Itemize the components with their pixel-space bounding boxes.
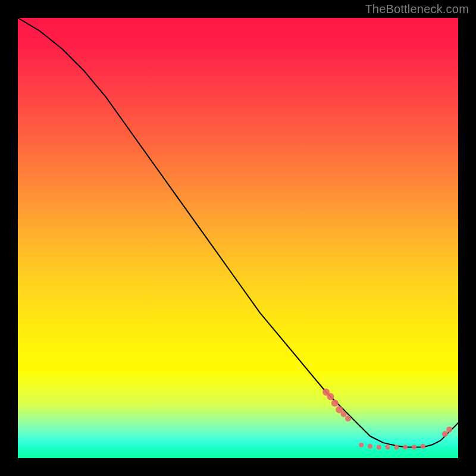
curve-svg xyxy=(18,18,458,458)
marker-cluster-descend-5 xyxy=(341,411,347,417)
watermark-label: TheBottleneck.com xyxy=(365,2,469,16)
marker-ascend-1 xyxy=(442,431,448,437)
marker-bottom-1 xyxy=(359,443,364,447)
marker-bottom-8 xyxy=(421,444,425,449)
marker-bottom-3 xyxy=(377,445,381,450)
marker-group xyxy=(322,389,452,450)
marker-cluster-descend-2 xyxy=(327,393,334,400)
bottleneck-curve xyxy=(18,18,458,447)
marker-cluster-descend-6 xyxy=(345,415,351,421)
marker-bottom-5 xyxy=(394,445,399,450)
plot-area xyxy=(18,18,458,458)
marker-ascend-2 xyxy=(446,427,452,433)
marker-bottom-6 xyxy=(403,445,408,450)
marker-bottom-7 xyxy=(412,445,416,450)
marker-bottom-2 xyxy=(368,444,372,449)
marker-bottom-4 xyxy=(386,445,390,450)
marker-cluster-descend-3 xyxy=(331,400,339,407)
chart-stage: TheBottleneck.com xyxy=(0,0,476,476)
